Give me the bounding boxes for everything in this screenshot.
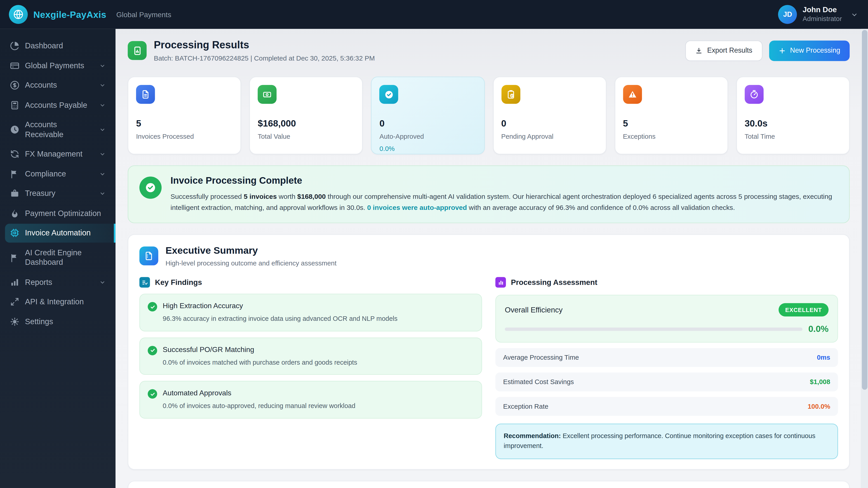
check-icon xyxy=(148,302,157,312)
chevron-down-icon xyxy=(99,151,105,157)
status-badge: EXCELLENT xyxy=(778,303,829,317)
executive-summary-card: Executive Summary High-level processing … xyxy=(128,234,850,469)
metric-row: Average Processing Time 0ms xyxy=(495,348,838,367)
file-icon xyxy=(136,85,155,104)
brand-name: Nexgile-PayAxis xyxy=(33,9,106,20)
gear-icon xyxy=(10,317,20,326)
efficiency-value: 0.0% xyxy=(808,324,829,334)
sidebar-item-accounts-receivable[interactable]: Accounts Receivable xyxy=(5,116,111,144)
pie-chart-icon xyxy=(10,41,20,51)
auto-approved-rate: 0.0% xyxy=(379,145,476,153)
finding-item: High Extraction Accuracy 96.3% accuracy … xyxy=(140,294,482,331)
sidebar-item-fx-management[interactable]: FX Management xyxy=(5,145,111,163)
efficiency-progress-bar xyxy=(505,328,802,331)
sidebar-item-reports[interactable]: Reports xyxy=(5,273,111,291)
stat-card-total-value: $168,000 Total Value xyxy=(249,76,363,154)
banknote-icon xyxy=(258,85,277,104)
chevron-down-icon xyxy=(99,102,105,108)
new-processing-button[interactable]: New Processing xyxy=(769,40,850,61)
chevron-down-icon xyxy=(99,279,105,285)
stats-row: 5 Invoices Processed $168,000 Total Valu… xyxy=(128,76,850,154)
sidebar-item-ai-credit-engine[interactable]: AI Credit Engine Dashboard xyxy=(5,243,111,272)
sidebar-item-dashboard[interactable]: Dashboard xyxy=(5,37,111,55)
stat-card-pending-approval: 0 Pending Approval xyxy=(493,76,606,154)
results-chart-icon xyxy=(128,41,147,60)
main-content: Processing Results Batch: BATCH-17670962… xyxy=(116,29,861,488)
section-subtitle: High-level processing outcome and effici… xyxy=(165,259,337,267)
sidebar-item-api-integration[interactable]: API & Integration xyxy=(5,293,111,311)
cpu-chip-icon xyxy=(10,228,20,238)
chevron-down-icon xyxy=(99,171,105,177)
dollar-circle-icon xyxy=(10,80,20,90)
sidebar-item-global-payments[interactable]: Global Payments xyxy=(5,56,111,75)
page-header: Processing Results Batch: BATCH-17670962… xyxy=(128,39,850,62)
sidebar-item-settings[interactable]: Settings xyxy=(5,312,111,331)
check-icon xyxy=(148,389,157,399)
sidebar-item-compliance[interactable]: Compliance xyxy=(5,165,111,183)
flame-icon xyxy=(10,208,20,218)
chevron-down-icon xyxy=(99,82,105,88)
brand-tagline: Global Payments xyxy=(116,10,171,19)
metric-row: Exception Rate 100.0% xyxy=(495,397,838,416)
sidebar-item-accounts-payable[interactable]: Accounts Payable xyxy=(5,96,111,114)
expand-arrows-icon xyxy=(10,297,20,306)
plus-icon xyxy=(778,47,786,55)
stopwatch-icon xyxy=(745,85,764,104)
export-results-button[interactable]: Export Results xyxy=(686,40,763,61)
bar-chart-icon xyxy=(10,278,20,287)
page-title: Processing Results xyxy=(154,39,375,51)
finding-item: Automated Approvals 0.0% of invoices aut… xyxy=(140,381,482,419)
scrollbar-thumb[interactable] xyxy=(862,30,867,390)
flag-icon xyxy=(10,169,20,179)
stat-card-invoices-processed: 5 Invoices Processed xyxy=(128,76,241,154)
badge-check-icon xyxy=(379,85,399,104)
check-icon xyxy=(148,346,157,355)
clock-icon xyxy=(10,125,20,134)
metric-row: Estimated Cost Savings $1,008 xyxy=(495,373,838,392)
user-name: John Doe xyxy=(803,6,842,15)
flag-icon xyxy=(10,253,20,262)
avatar: JD xyxy=(778,5,797,24)
banner-title: Invoice Processing Complete xyxy=(170,175,838,187)
chevron-down-icon xyxy=(99,127,105,133)
stat-card-auto-approved: 0 Auto-Approved 0.0% xyxy=(371,76,485,154)
sidebar-item-accounts[interactable]: Accounts xyxy=(5,76,111,95)
brand: Nexgile-PayAxis Global Payments xyxy=(9,5,171,24)
document-icon xyxy=(140,247,158,266)
overall-efficiency-panel: Overall Efficiency EXCELLENT 0.0% xyxy=(495,295,838,343)
sidebar-item-invoice-automation[interactable]: Invoice Automation xyxy=(5,224,116,242)
banner-text: Successfully processed 5 invoices worth … xyxy=(170,192,838,214)
stat-card-total-time: 30.0s Total Time xyxy=(736,76,850,154)
badge-check-icon xyxy=(140,176,162,199)
recommendation-note: Recommendation: Excellent processing per… xyxy=(495,424,838,459)
user-menu[interactable]: JD John Doe Administrator xyxy=(778,5,858,24)
processing-complete-banner: Invoice Processing Complete Successfully… xyxy=(128,165,850,223)
batch-info: Batch: BATCH-1767096224825 | Completed a… xyxy=(154,55,375,62)
processing-assessment-column: Processing Assessment Overall Efficiency… xyxy=(495,277,838,459)
download-icon xyxy=(695,47,703,55)
chevron-down-icon xyxy=(99,63,105,69)
sidebar: Dashboard Global Payments Accounts Accou… xyxy=(0,29,116,488)
stat-card-exceptions: 5 Exceptions xyxy=(615,76,728,154)
calculator-icon xyxy=(10,100,20,110)
user-role: Administrator xyxy=(803,15,842,23)
top-header: Nexgile-PayAxis Global Payments JD John … xyxy=(0,0,868,29)
app-root: Nexgile-PayAxis Global Payments JD John … xyxy=(0,0,868,488)
credit-card-icon xyxy=(10,61,20,70)
bar-chart-icon xyxy=(495,277,506,288)
sidebar-item-payment-optimization[interactable]: Payment Optimization xyxy=(5,204,111,223)
key-findings-column: Key Findings High Extraction Accuracy 96… xyxy=(140,277,482,459)
process-summary-card: Process Summary Overview of invoice proc… xyxy=(128,481,850,488)
clipboard-clock-icon xyxy=(501,85,520,104)
warning-triangle-icon xyxy=(623,85,642,104)
briefcase-icon xyxy=(10,189,20,198)
chevron-down-icon xyxy=(99,191,105,197)
vertical-scrollbar[interactable] xyxy=(861,29,868,488)
chevron-down-icon xyxy=(851,11,858,18)
finding-item: Successful PO/GR Matching 0.0% of invoic… xyxy=(140,337,482,375)
checklist-icon xyxy=(140,277,150,288)
globe-logo-icon xyxy=(9,5,28,24)
section-title: Executive Summary xyxy=(165,245,337,257)
refresh-arrows-icon xyxy=(10,150,20,159)
sidebar-item-treasury[interactable]: Treasury xyxy=(5,184,111,203)
